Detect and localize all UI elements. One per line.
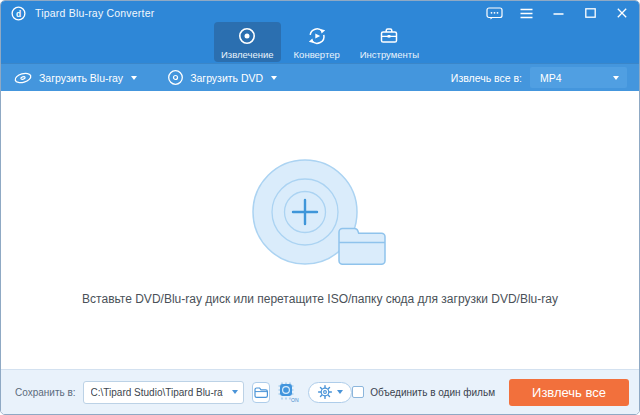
nav-tabs: Извлечение Конвертер bbox=[1, 25, 639, 63]
window-title: Tipard Blu-ray Converter bbox=[35, 7, 154, 19]
save-path-combo bbox=[83, 381, 244, 404]
chevron-down-icon bbox=[271, 76, 277, 80]
folder-icon bbox=[339, 228, 385, 264]
load-bluray-button[interactable]: Загрузить Blu-ray bbox=[13, 70, 137, 86]
dvd-disc-icon bbox=[167, 69, 184, 86]
merge-option: Объединить в один фильм bbox=[352, 386, 495, 398]
toolbox-icon bbox=[378, 25, 400, 47]
tab-label: Извлечение bbox=[221, 49, 274, 60]
bottombar: Сохранить в: ON bbox=[1, 369, 639, 414]
disc-illustration bbox=[235, 148, 405, 272]
app-logo-icon: d bbox=[11, 6, 26, 21]
disc-icon bbox=[236, 25, 258, 47]
hw-on-badge: ON bbox=[291, 397, 299, 403]
format-select[interactable]: MP4 bbox=[530, 67, 627, 88]
maximize-button[interactable] bbox=[581, 5, 599, 21]
rip-all-to-label: Извлечь все в: bbox=[451, 72, 522, 84]
svg-text:d: d bbox=[16, 8, 21, 18]
toolbar: Загрузить Blu-ray Загрузить DVD Извлечь … bbox=[1, 63, 639, 91]
tab-ripper[interactable]: Извлечение bbox=[214, 22, 281, 62]
feedback-icon[interactable] bbox=[485, 5, 503, 21]
load-bluray-label: Загрузить Blu-ray bbox=[39, 72, 123, 84]
open-folder-button[interactable] bbox=[252, 382, 271, 403]
chevron-down-icon bbox=[337, 390, 343, 394]
menu-icon[interactable] bbox=[517, 5, 535, 21]
minimize-button[interactable] bbox=[549, 5, 567, 21]
tab-label: Конвертер bbox=[294, 49, 340, 60]
save-path-dropdown-button[interactable] bbox=[227, 382, 243, 403]
rip-all-button[interactable]: Извлечь все bbox=[509, 379, 629, 406]
load-dvd-label: Загрузить DVD bbox=[190, 72, 263, 84]
bluray-disc-icon bbox=[13, 70, 33, 86]
drop-hint-text: Вставьте DVD/Blu-ray диск или перетащите… bbox=[82, 292, 558, 306]
format-value: MP4 bbox=[540, 72, 562, 84]
gear-icon bbox=[317, 384, 333, 400]
load-dvd-button[interactable]: Загрузить DVD bbox=[167, 69, 277, 86]
merge-label: Объединить в один фильм bbox=[370, 387, 495, 398]
save-path-input[interactable] bbox=[84, 382, 227, 403]
tab-toolbox[interactable]: Инструменты bbox=[353, 22, 426, 62]
settings-button[interactable] bbox=[308, 382, 352, 403]
drop-zone[interactable]: Вставьте DVD/Blu-ray диск или перетащите… bbox=[82, 148, 558, 306]
hardware-acceleration-button[interactable]: ON bbox=[276, 380, 300, 404]
chip-icon: ON bbox=[276, 380, 300, 404]
main-content: Вставьте DVD/Blu-ray диск или перетащите… bbox=[1, 91, 639, 369]
close-button[interactable] bbox=[613, 5, 631, 21]
chevron-down-icon bbox=[613, 76, 619, 80]
chevron-down-icon bbox=[131, 76, 137, 80]
merge-checkbox[interactable] bbox=[352, 386, 364, 398]
tab-converter[interactable]: Конвертер bbox=[287, 22, 347, 62]
save-to-label: Сохранить в: bbox=[15, 387, 76, 398]
folder-icon bbox=[254, 387, 268, 398]
convert-icon bbox=[306, 25, 328, 47]
chevron-down-icon bbox=[232, 390, 238, 394]
tab-label: Инструменты bbox=[360, 49, 419, 60]
app-window: d Tipard Blu-ray Converter bbox=[0, 0, 640, 415]
